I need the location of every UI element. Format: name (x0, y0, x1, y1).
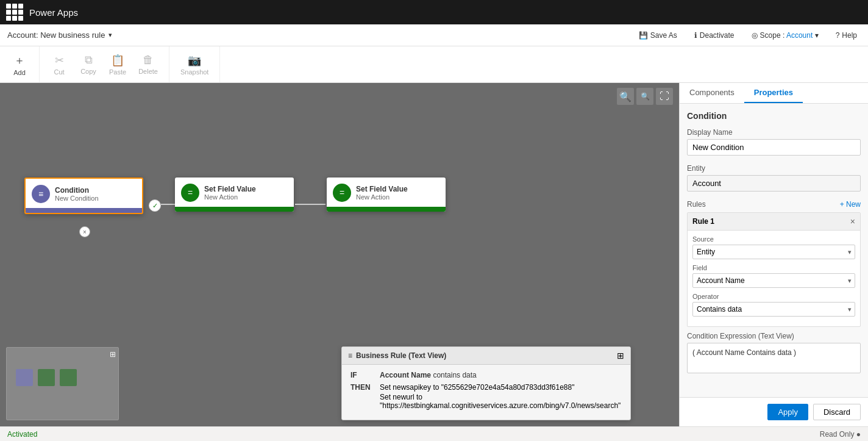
biz-rule-header: ≡ Business Rule (Text View) ⊞ (342, 347, 630, 365)
read-only-text: Read Only ● (820, 430, 861, 439)
tab-components[interactable]: Components (680, 83, 744, 103)
discard-button[interactable]: Discard (813, 404, 861, 420)
biz-rule-if-value: Account Name contains data (380, 371, 477, 379)
biz-rule-content: IF Account Name contains data THEN Set n… (342, 365, 630, 420)
minimap: ⊞ (6, 347, 119, 420)
field-select-wrapper: Account Name (692, 273, 855, 288)
biz-rule-if-row: IF Account Name contains data (350, 371, 622, 379)
entity-label: Entity (687, 164, 861, 173)
condition-node-bar (26, 208, 142, 213)
add-icon: ＋ (14, 53, 25, 68)
canvas[interactable]: 🔍 🔍 ⛶ ≡ Condition New Condition × ✓ (0, 83, 679, 426)
top-navigation-bar: Power Apps (0, 0, 868, 24)
field-field: Field Account Name (692, 264, 855, 288)
right-panel: Components Properties Condition Display … (679, 83, 868, 426)
save-as-button[interactable]: 💾 Save As (635, 29, 681, 42)
rules-label: Rules (687, 200, 706, 209)
condition-node-header: ≡ Condition New Condition (26, 179, 142, 208)
rule-1-close-button[interactable]: × (850, 217, 855, 226)
deactivate-button[interactable]: ℹ Deactivate (691, 29, 738, 42)
biz-rule-then-values: Set newsapikey to "6255629e702e4a54a80d7… (380, 383, 622, 410)
condition-expr-box: ( Account Name Contains data ) (687, 343, 861, 373)
save-icon: 💾 (639, 31, 648, 40)
fit-canvas-button[interactable]: ⛶ (656, 88, 673, 105)
rule-1-card: Rule 1 × Source Entity (687, 212, 861, 327)
connector-check: ✓ (149, 199, 161, 212)
minimap-action1 (38, 369, 55, 386)
action1-node-bar (175, 207, 294, 212)
biz-rule-then-label: THEN (350, 383, 372, 410)
zoom-out-button[interactable]: 🔍 (617, 88, 634, 105)
snapshot-icon: 📷 (188, 54, 201, 67)
scope-button[interactable]: ◎ Scope : Account ▾ (748, 29, 822, 42)
then-line2: Set newurl to "https://testbingkamal.cog… (380, 393, 622, 410)
biz-rule-title-area: ≡ Business Rule (Text View) (348, 351, 446, 360)
help-icon: ? (836, 31, 840, 40)
biz-rule-then-row: THEN Set newsapikey to "6255629e702e4a54… (350, 383, 622, 410)
action2-node-subtitle: New Action (356, 193, 439, 201)
condition-expr-label: Condition Expression (Text View) (687, 332, 861, 340)
biz-rule-if-label: IF (350, 371, 372, 379)
then-line1: Set newsapikey to "6255629e702e4a54a80d7… (380, 383, 622, 392)
operator-field: Operator Contains data (692, 293, 855, 317)
source-select-wrapper: Entity (692, 245, 855, 259)
condition-expr-value: ( Account Name Contains data ) (692, 348, 796, 357)
deactivate-icon: ℹ (694, 31, 697, 40)
account-rule-title: Account: New business rule (7, 30, 105, 40)
waffle-icon[interactable] (6, 4, 23, 21)
action2-node-title: Set Field Value (356, 185, 439, 193)
help-button[interactable]: ? Help (832, 29, 861, 42)
cut-icon: ✂ (55, 54, 64, 67)
display-name-field: Display Name (687, 128, 861, 156)
zoom-in-button[interactable]: 🔍 (636, 88, 653, 105)
action1-node-header: = Set Field Value New Action (175, 177, 294, 207)
biz-rule-panel: ≡ Business Rule (Text View) ⊞ IF Account… (341, 346, 631, 420)
source-select[interactable]: Entity (692, 245, 855, 259)
panel-body: Condition Display Name Entity Rules + Ne… (680, 104, 868, 397)
add-button[interactable]: ＋ Add (5, 49, 34, 80)
paste-button[interactable]: 📋 Paste (103, 50, 132, 79)
biz-rule-expand-button[interactable]: ⊞ (617, 351, 624, 360)
title-dropdown-icon[interactable]: ▾ (108, 31, 112, 39)
if-account-name: Account Name (380, 371, 431, 379)
delete-button[interactable]: 🗑 Delete (132, 50, 164, 79)
panel-section-title: Condition (687, 111, 861, 121)
ribbon: ＋ Add ✂ Cut ⧉ Copy 📋 Paste 🗑 Delete 📷 Sn… (0, 46, 868, 83)
minimap-expand-button[interactable]: ⊞ (110, 350, 116, 359)
status-text: Activated (7, 430, 37, 439)
condition-node-subtitle: New Condition (55, 195, 136, 202)
copy-icon: ⧉ (85, 54, 93, 66)
condition-node-delete[interactable]: × (79, 226, 90, 237)
condition-node[interactable]: ≡ Condition New Condition (24, 177, 143, 214)
statusbar: Activated Read Only ● (0, 426, 868, 441)
copy-button[interactable]: ⧉ Copy (74, 50, 103, 79)
operator-select[interactable]: Contains data (692, 302, 855, 317)
panel-tabs: Components Properties (680, 83, 868, 104)
action2-icon-glyph: = (340, 188, 344, 198)
connector-line-2 (295, 204, 326, 205)
delete-icon: 🗑 (143, 54, 154, 66)
biz-rule-icon: ≡ (348, 351, 352, 360)
action1-node[interactable]: = Set Field Value New Action (175, 177, 294, 212)
main-container: 🔍 🔍 ⛶ ≡ Condition New Condition × ✓ (0, 83, 868, 426)
entity-field: Entity (687, 164, 861, 192)
entity-input[interactable] (687, 175, 861, 192)
apply-button[interactable]: Apply (767, 404, 808, 420)
condition-node-title: Condition (55, 186, 136, 195)
condition-expr-section: Condition Expression (Text View) ( Accou… (687, 332, 861, 373)
action2-node-bar (327, 207, 446, 212)
action2-node[interactable]: = Set Field Value New Action (327, 177, 446, 212)
snapshot-button[interactable]: 📷 Snapshot (174, 50, 215, 79)
condition-node-icon: ≡ (32, 185, 50, 203)
cut-button[interactable]: ✂ Cut (44, 50, 74, 79)
minimap-action2 (60, 369, 77, 386)
new-rule-button[interactable]: + New (840, 200, 861, 209)
field-select[interactable]: Account Name (692, 273, 855, 288)
minimap-nodes (7, 348, 118, 407)
tab-properties[interactable]: Properties (744, 83, 803, 103)
panel-footer: Apply Discard (680, 397, 868, 426)
display-name-input[interactable] (687, 139, 861, 156)
source-field: Source Entity (692, 235, 855, 259)
paste-icon: 📋 (111, 54, 124, 67)
scope-icon: ◎ (752, 31, 758, 40)
